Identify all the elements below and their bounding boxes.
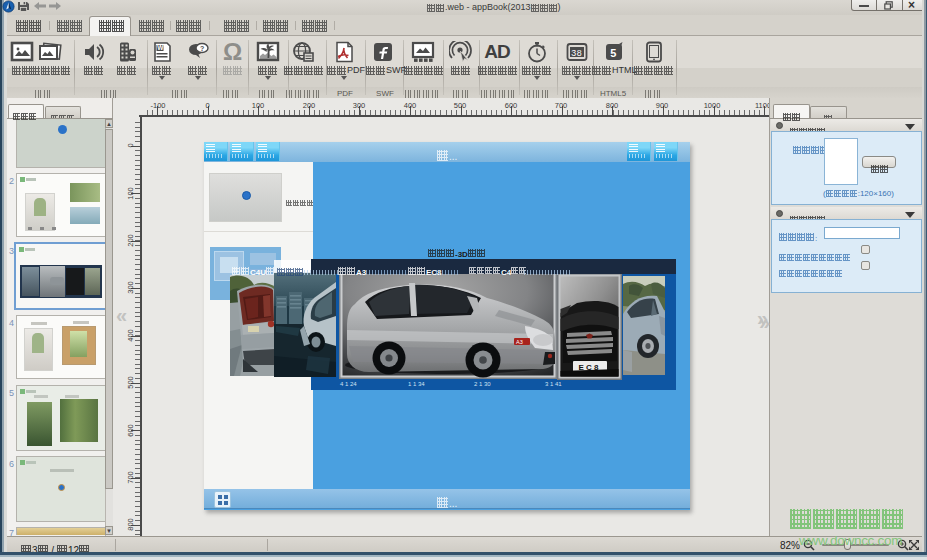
svg-text:38: 38 <box>571 49 582 59</box>
svg-text:5: 5 <box>610 47 616 59</box>
svg-text:W: W <box>157 44 164 51</box>
svg-text:A3: A3 <box>516 339 523 345</box>
svg-text:?: ? <box>200 45 204 52</box>
